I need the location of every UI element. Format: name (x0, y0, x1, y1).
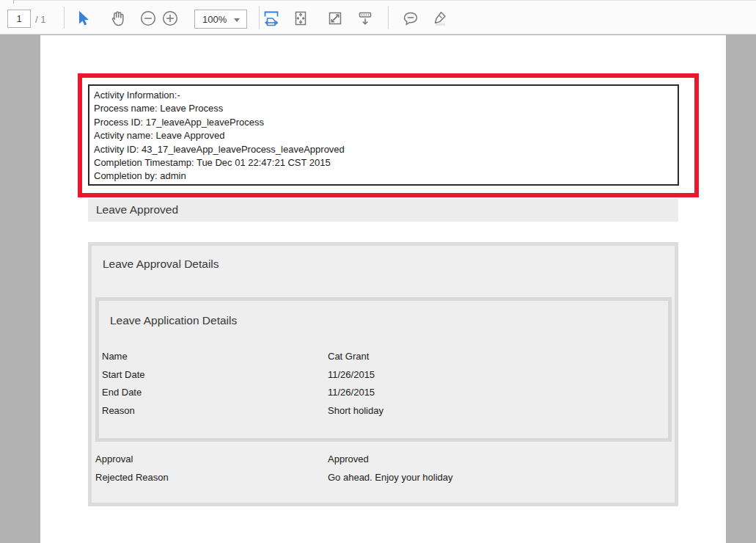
field-label: Rejected Reason (95, 468, 169, 486)
fit-width-icon (263, 10, 280, 27)
field-row: Reason Short holiday (102, 402, 667, 420)
page-number-input[interactable] (7, 10, 31, 28)
application-fields: Name Cat Grant Start Date 11/26/2015 End… (102, 348, 667, 420)
select-cursor-icon (75, 10, 92, 27)
zoom-out-icon (139, 10, 157, 27)
panel-title: Leave Approval Details (103, 258, 219, 271)
zoom-level-value: 100% (202, 14, 227, 25)
panel-title: Leave Application Details (110, 314, 237, 327)
field-value: 11/26/2015 (328, 366, 375, 385)
zoom-level-select[interactable]: 100% (194, 10, 247, 29)
leave-approved-section-header: Leave Approved (88, 199, 678, 222)
toolbar-separator (388, 7, 389, 29)
activity-information-box: Activity Information:- Process name: Lea… (88, 84, 679, 186)
field-label: Name (102, 348, 128, 366)
pdf-toolbar: / 1 100% (0, 0, 756, 34)
select-tool-button[interactable] (74, 9, 93, 28)
field-value: Approved (328, 450, 369, 468)
presentation-icon (356, 10, 374, 27)
highlight-button[interactable] (430, 9, 449, 28)
window-top-tick (13, 0, 14, 4)
activity-info-line: Activity ID: 43_17_leaveApp_leaveProcess… (94, 143, 678, 156)
field-row: Start Date 11/26/2015 (102, 366, 667, 385)
zoom-in-icon (161, 10, 179, 27)
hand-pan-icon (109, 10, 126, 27)
actual-size-icon (326, 10, 344, 27)
highlight-icon (430, 10, 448, 27)
hand-tool-button[interactable] (108, 9, 127, 28)
fit-width-button[interactable] (262, 9, 281, 28)
field-label: Approval (95, 450, 133, 468)
field-row: Rejected Reason Go ahead. Enjoy your hol… (95, 468, 667, 486)
window-top-edge (14, 0, 756, 1)
field-row: Name Cat Grant (102, 348, 667, 366)
pdf-viewer: { "toolbar": { "page_number": "1", "page… (0, 0, 756, 543)
field-row: Approval Approved (95, 450, 667, 468)
activity-info-line: Process ID: 17_leaveApp_leaveProcess (94, 116, 678, 129)
zoom-in-button[interactable] (161, 9, 180, 28)
leave-application-details-panel: Leave Application Details Name Cat Grant… (95, 297, 672, 442)
presentation-button[interactable] (356, 9, 375, 28)
fit-page-button[interactable] (291, 9, 310, 28)
activity-info-line: Activity name: Leave Approved (94, 129, 678, 142)
actual-size-button[interactable] (326, 9, 345, 28)
activity-info-line: Completion Timestamp: Tue Dec 01 22:47:2… (94, 156, 678, 170)
page-count-label: / 1 (35, 14, 45, 25)
comment-icon (402, 10, 419, 27)
field-value: Go ahead. Enjoy your holiday (328, 468, 453, 486)
field-value: 11/26/2015 (328, 384, 375, 402)
toolbar-separator (259, 7, 260, 29)
activity-info-line: Activity Information:- (94, 89, 678, 102)
document-page: Activity Information:- Process name: Lea… (40, 35, 726, 543)
field-label: Reason (102, 402, 135, 420)
field-label: Start Date (102, 366, 145, 385)
section-title: Leave Approved (96, 203, 178, 216)
activity-info-line: Process name: Leave Process (94, 102, 678, 115)
leave-approval-details-panel: Leave Approval Details Leave Application… (88, 242, 678, 506)
zoom-out-button[interactable] (139, 9, 158, 28)
fit-page-icon (292, 10, 309, 27)
approval-fields: Approval Approved Rejected Reason Go ahe… (95, 450, 667, 486)
toolbar-separator (64, 7, 65, 29)
chevron-down-icon (234, 18, 240, 22)
field-value: Cat Grant (328, 348, 369, 366)
field-value: Short holiday (328, 402, 383, 420)
field-label: End Date (102, 384, 142, 402)
comment-button[interactable] (401, 9, 420, 28)
field-row: End Date 11/26/2015 (102, 384, 667, 402)
activity-info-line: Completion by: admin (94, 170, 678, 183)
